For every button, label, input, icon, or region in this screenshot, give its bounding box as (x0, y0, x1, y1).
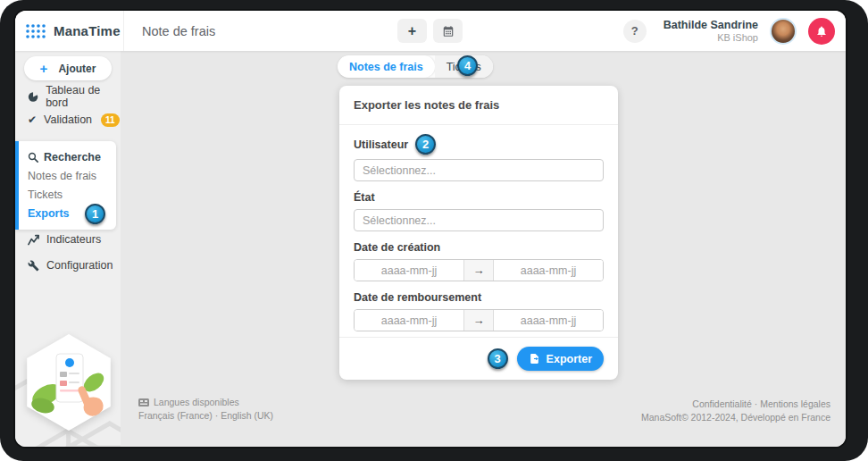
sidebar-item-tickets[interactable]: Tickets (28, 185, 116, 204)
user-organization: KB iShop (664, 31, 758, 44)
field-label-row: Date de création (354, 240, 604, 255)
language-links[interactable]: Français (France) · English (UK) (138, 409, 273, 423)
main-content: Notes de frais Tickets 4 Exporter les no… (121, 51, 846, 447)
plus-icon: + (40, 61, 48, 76)
sidebar-item-configuration[interactable]: Configuration (15, 256, 113, 274)
top-bar: ManaTime Note de frais + ? Bathilde Sand… (15, 11, 846, 51)
state-select[interactable] (354, 209, 604, 231)
reimbursement-date-range: → (354, 309, 604, 331)
sidebar-add-button[interactable]: + Ajouter (24, 56, 112, 80)
annotation-step-4: 4 (457, 55, 478, 76)
search-section-title: Recherche (44, 151, 101, 163)
creation-date-label: Date de création (354, 241, 440, 254)
logo-text: ManaTime (54, 23, 121, 38)
sidebar-item-search[interactable]: Recherche (28, 147, 116, 166)
annotation-number: 3 (494, 352, 500, 365)
bell-icon (815, 25, 828, 38)
link-label: Exports (28, 207, 70, 220)
user-menu[interactable]: Bathilde Sandrine KB iShop (664, 19, 758, 44)
annotation-step-2: 2 (415, 134, 436, 155)
card-footer: 3 Exporter (339, 337, 618, 380)
tab-notes-de-frais[interactable]: Notes de frais (338, 55, 435, 78)
creation-date-to-input[interactable] (494, 260, 603, 281)
validation-count-badge: 11 (101, 113, 120, 127)
copyright-text: ManaSoft© 2012-2024, Développé en France (641, 411, 830, 424)
export-card: Exporter les notes de frais Utilisateur … (339, 86, 618, 380)
export-icon (529, 353, 540, 365)
legal-links[interactable]: Confidentialité · Mentions légales (641, 398, 830, 411)
sidebar-item-label: Tableau de bord (46, 84, 121, 109)
plus-icon: + (408, 23, 416, 39)
sidebar-item-validation[interactable]: ✔ Validation 11 (15, 111, 120, 129)
chart-icon (28, 234, 39, 246)
logo[interactable]: ManaTime (15, 11, 124, 51)
languages-title: Langues disponibles (154, 396, 239, 409)
calendar-button[interactable] (433, 19, 463, 43)
avatar[interactable] (770, 18, 797, 45)
mascot-illustration (15, 318, 121, 447)
creation-date-from-input[interactable] (355, 260, 463, 281)
arrow-right-icon: → (463, 260, 494, 281)
card-title: Exporter les notes de frais (339, 86, 618, 125)
pie-chart-icon (28, 91, 38, 103)
reimbursement-date-label: Date de remboursement (354, 291, 481, 304)
state-field-label: État (354, 191, 375, 204)
user-select[interactable] (354, 159, 604, 181)
wrench-icon (28, 260, 39, 272)
sidebar-item-label: Validation (44, 113, 92, 126)
sidebar-item-indicators[interactable]: Indicateurs (15, 230, 101, 248)
footer-legal: Confidentialité · Mentions légales ManaS… (641, 398, 830, 424)
sidebar: + Ajouter Tableau de bord ✔ Validation 1… (15, 51, 121, 447)
question-icon: ? (631, 24, 638, 38)
add-button[interactable]: + (397, 19, 427, 43)
sidebar-item-label: Indicateurs (46, 233, 101, 246)
tab-label: Notes de frais (349, 61, 423, 73)
user-field-label: Utilisateur (354, 138, 408, 151)
header-right: ? Bathilde Sandrine KB iShop (623, 11, 835, 51)
annotation-number: 1 (92, 207, 98, 221)
page-title: Note de frais (142, 24, 215, 38)
export-button[interactable]: Exporter (517, 347, 604, 371)
manatime-logo-icon (25, 23, 46, 39)
reimbursement-date-from-input[interactable] (355, 310, 463, 331)
sidebar-item-label: Configuration (46, 259, 113, 272)
footer-languages: Langues disponibles Français (France) · … (138, 396, 273, 423)
annotation-number: 2 (422, 138, 429, 151)
language-icon (138, 398, 149, 407)
sidebar-item-dashboard[interactable]: Tableau de bord (15, 88, 121, 105)
field-label-row: Date de remboursement (354, 290, 604, 305)
check-icon: ✔ (28, 113, 37, 126)
app-window: ManaTime Note de frais + ? Bathilde Sand… (15, 11, 846, 447)
annotation-number: 4 (464, 59, 471, 72)
user-name: Bathilde Sandrine (664, 19, 758, 31)
export-button-label: Exporter (547, 353, 592, 365)
link-label: Tickets (28, 189, 63, 201)
field-label-row: État (354, 190, 604, 205)
arrow-right-icon: → (463, 310, 494, 331)
notifications-button[interactable] (808, 18, 835, 45)
link-label: Notes de frais (28, 170, 96, 182)
search-icon (28, 152, 38, 163)
field-label-row: Utilisateur 2 (354, 134, 604, 155)
add-button-label: Ajouter (58, 63, 96, 75)
sidebar-item-notes-de-frais[interactable]: Notes de frais (28, 166, 116, 185)
help-button[interactable]: ? (623, 20, 647, 43)
annotation-step-3: 3 (488, 348, 508, 369)
annotation-step-1: 1 (85, 204, 105, 224)
creation-date-range: → (354, 259, 604, 281)
reimbursement-date-to-input[interactable] (494, 310, 603, 331)
calendar-icon (442, 25, 455, 38)
device-frame: ManaTime Note de frais + ? Bathilde Sand… (0, 0, 868, 461)
